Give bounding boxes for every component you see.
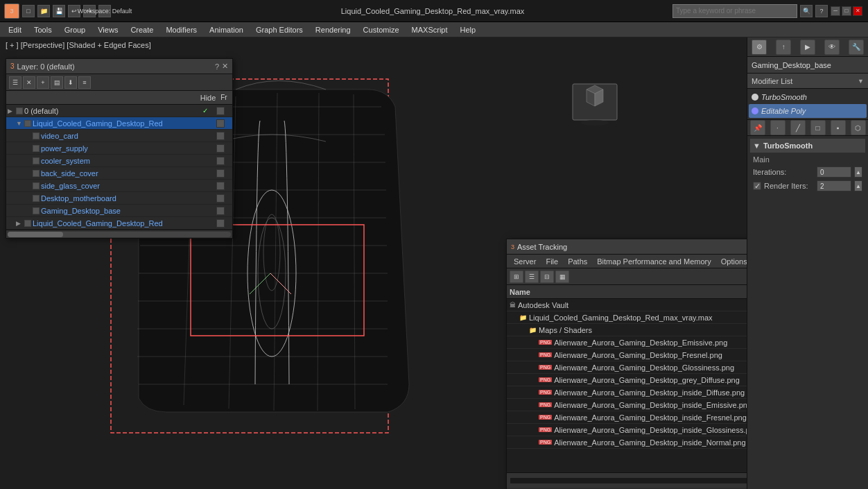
asset-menu-file[interactable]: File	[541, 257, 562, 266]
rp-icon-motion[interactable]: ▶	[800, 40, 815, 55]
layer-row[interactable]: ▼Liquid_Cooled_Gaming_Desktop_Red	[6, 117, 232, 130]
rp-icon-modify[interactable]: ⚙	[752, 40, 767, 55]
layer-hide-checkbox[interactable]	[216, 182, 225, 190]
layer-row[interactable]: cooler_system	[6, 155, 232, 167]
menu-views[interactable]: Views	[92, 24, 123, 35]
layer-hide-checkbox[interactable]	[216, 219, 225, 228]
new-file-button[interactable]: □	[22, 5, 35, 17]
layers-add-icon[interactable]: +	[37, 76, 49, 89]
layer-expand-icon[interactable]: ▶	[16, 220, 23, 227]
ts-render-iters-up[interactable]: ▲	[854, 180, 862, 191]
scrollbar-track[interactable]	[8, 232, 231, 237]
asset-tb-icon1[interactable]: ⊞	[510, 271, 523, 283]
asset-row[interactable]: 📁Maps / Shaders	[507, 324, 747, 336]
layers-merge-icon[interactable]: ⬇	[64, 76, 77, 89]
mod-border-icon[interactable]: □	[810, 120, 826, 135]
layers-scrollbar[interactable]	[6, 230, 232, 238]
asset-menu-paths[interactable]: Paths	[564, 257, 591, 266]
asset-tb-icon3[interactable]: ⊟	[540, 271, 554, 283]
layer-expand-icon[interactable]: ▶	[8, 108, 15, 114]
menu-edit[interactable]: Edit	[3, 24, 27, 35]
mod-element-icon[interactable]: ⬡	[851, 120, 866, 135]
modifier-list-dropdown-icon[interactable]: ▼	[858, 78, 864, 85]
asset-table[interactable]: Name Status 🏛Autodesk VaultLogged📁Liquid…	[507, 285, 747, 472]
asset-row[interactable]: PNGAlienware_Aurora_Gaming_Desktop_Fresn…	[507, 349, 747, 361]
asset-row[interactable]: PNGAlienware_Aurora_Gaming_Desktop_Gloss…	[507, 361, 747, 374]
layer-row[interactable]: Gaming_Desktop_base	[6, 205, 232, 217]
layer-hide-checkbox[interactable]	[216, 207, 225, 215]
layer-hide-checkbox[interactable]	[216, 169, 225, 178]
menu-group[interactable]: Group	[59, 24, 92, 35]
search-input[interactable]	[672, 4, 797, 18]
mod-poly-icon[interactable]: ▪	[831, 120, 846, 135]
mod-edge-icon[interactable]: ╱	[790, 120, 806, 135]
help-button[interactable]: ?	[815, 5, 828, 17]
layer-row[interactable]: back_side_cover	[6, 167, 232, 180]
layers-delete-icon[interactable]: ✕	[23, 76, 35, 89]
mod-vertex-icon[interactable]: ·	[770, 120, 785, 135]
asset-tb-icon4[interactable]: ▦	[555, 271, 569, 283]
asset-menu-bitmap[interactable]: Bitmap Performance and Memory	[593, 257, 715, 266]
menu-maxscript[interactable]: MAXScript	[406, 24, 453, 35]
ts-render-iters-checkbox[interactable]: ✓	[753, 182, 761, 190]
layer-hide-checkbox[interactable]	[216, 157, 225, 165]
layer-hide-checkbox[interactable]	[216, 119, 225, 128]
asset-row[interactable]: PNGAlienware_Aurora_Gaming_Desktop_insid…	[507, 386, 747, 399]
asset-row[interactable]: PNGAlienware_Aurora_Gaming_Desktop_grey_…	[507, 374, 747, 386]
layer-row[interactable]: power_supply	[6, 142, 232, 155]
layers-view-icon[interactable]: ☰	[9, 76, 21, 89]
layer-hide-checkbox[interactable]	[216, 144, 225, 153]
menu-tools[interactable]: Tools	[28, 24, 58, 35]
asset-row[interactable]: PNGAlienware_Aurora_Gaming_Desktop_insid…	[507, 424, 747, 436]
rp-icon-display[interactable]: 👁	[824, 40, 840, 55]
menu-help[interactable]: Help	[455, 24, 482, 35]
layer-expand-icon[interactable]: ▼	[16, 120, 23, 127]
layer-row[interactable]: Desktop_motherboard	[6, 192, 232, 205]
close-button[interactable]: ✕	[853, 6, 862, 16]
asset-menu-options[interactable]: Options	[717, 257, 747, 266]
layer-row[interactable]: video_card	[6, 130, 232, 142]
maximize-button[interactable]: □	[842, 6, 851, 16]
modifier-list-header[interactable]: Modifier List ▼	[747, 74, 868, 89]
layers-select-icon[interactable]: ▤	[51, 76, 63, 89]
menu-graph-editors[interactable]: Graph Editors	[250, 24, 309, 35]
save-file-button[interactable]: 💾	[53, 5, 65, 17]
layers-close-button[interactable]: ✕	[222, 62, 228, 71]
layer-row[interactable]: ▶0 (default)✓	[6, 105, 232, 117]
open-file-button[interactable]: 📁	[37, 5, 50, 17]
ts-iterations-up[interactable]: ▲	[854, 166, 862, 178]
rp-icon-hierarchy[interactable]: ↑	[776, 40, 791, 55]
menu-create[interactable]: Create	[125, 24, 159, 35]
asset-row[interactable]: PNGAlienware_Aurora_Gaming_Desktop_insid…	[507, 411, 747, 424]
asset-row[interactable]: 📁Liquid_Cooled_Gaming_Desktop_Red_max_vr…	[507, 311, 747, 324]
asset-row[interactable]: PNGAlienware_Aurora_Gaming_Desktop_insid…	[507, 436, 747, 449]
menu-modifiers[interactable]: Modifiers	[160, 24, 202, 35]
ts-expand-header[interactable]: ▼ TurboSmooth	[750, 139, 865, 153]
ts-render-iters-spinner[interactable]: 2	[817, 180, 851, 191]
search-button[interactable]: 🔍	[800, 5, 813, 17]
mod-pin-icon[interactable]: 📌	[750, 120, 765, 135]
workspace-dropdown[interactable]: Workspace: Default	[98, 5, 111, 17]
menu-rendering[interactable]: Rendering	[310, 24, 356, 35]
menu-animation[interactable]: Animation	[204, 24, 249, 35]
layers-help-button[interactable]: ?	[215, 62, 219, 71]
asset-menu-server[interactable]: Server	[510, 257, 540, 266]
layer-hide-checkbox[interactable]	[216, 194, 225, 203]
viewport[interactable]: [ + ] [Perspective] [Shaded + Edged Face…	[0, 37, 747, 489]
layer-hide-checkbox[interactable]	[216, 107, 225, 115]
navigator-widget[interactable]	[571, 83, 618, 130]
layer-row[interactable]: ▶Liquid_Cooled_Gaming_Desktop_Red	[6, 217, 232, 230]
minimize-button[interactable]: ─	[831, 6, 840, 16]
scrollbar-thumb[interactable]	[8, 232, 63, 237]
layers-options-icon[interactable]: ≡	[78, 76, 91, 89]
asset-row[interactable]: PNGAlienware_Aurora_Gaming_Desktop_Emiss…	[507, 336, 747, 349]
menu-customize[interactable]: Customize	[358, 24, 405, 35]
rp-icon-utilities[interactable]: 🔧	[849, 40, 864, 55]
asset-row[interactable]: 🏛Autodesk VaultLogged	[507, 299, 747, 311]
layer-row[interactable]: side_glass_cover	[6, 180, 232, 192]
asset-row[interactable]: PNGAlienware_Aurora_Gaming_Desktop_insid…	[507, 399, 747, 411]
layer-hide-checkbox[interactable]	[216, 132, 225, 140]
asset-tb-icon2[interactable]: ☰	[525, 271, 539, 283]
modifier-item-turbosmooth[interactable]: TurboSmooth	[749, 90, 867, 104]
modifier-item-editablepoly[interactable]: Editable Poly	[749, 104, 867, 118]
